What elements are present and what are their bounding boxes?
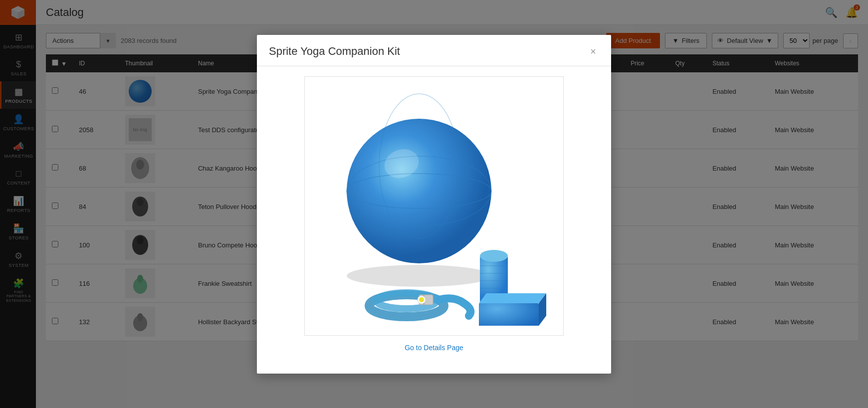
modal-title: Sprite Yoga Companion Kit <box>269 45 400 58</box>
svg-rect-23 <box>479 303 539 326</box>
modal-body: Go to Details Page <box>257 66 611 362</box>
modal-close-button[interactable]: × <box>587 45 599 57</box>
product-preview-modal: Sprite Yoga Companion Kit × <box>257 35 611 374</box>
svg-point-11 <box>347 119 491 263</box>
modal-overlay[interactable]: Sprite Yoga Companion Kit × <box>0 0 868 408</box>
product-image <box>314 86 554 326</box>
modal-header: Sprite Yoga Companion Kit × <box>257 35 611 66</box>
svg-point-18 <box>480 250 508 262</box>
svg-marker-24 <box>479 293 546 303</box>
svg-point-10 <box>347 265 491 287</box>
product-image-container <box>304 76 564 336</box>
go-to-details-link[interactable]: Go to Details Page <box>405 344 463 352</box>
svg-point-31 <box>419 297 424 302</box>
